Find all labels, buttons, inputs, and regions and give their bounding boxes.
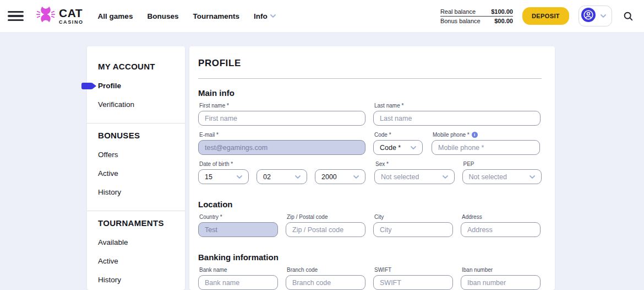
phone-code-select[interactable]: Code * (373, 140, 423, 155)
dob-year-label (316, 161, 365, 167)
sidebar-item-available[interactable]: Available (98, 237, 185, 248)
mobile-phone-field-group: Mobile phone * i (432, 132, 540, 155)
navbar-right: Real balance $100.00 Bonus balance $00.0… (440, 6, 635, 26)
date-of-birth-label: Date of birth * (199, 161, 249, 167)
sidebar-heading-tournaments: TOURNAMENTS (98, 218, 185, 228)
pep-field-group: PEP Not selected (462, 161, 542, 184)
account-sidebar: MY ACCOUNT Profile Verification BONUSES … (87, 46, 185, 290)
dob-day-field-group: Date of birth * 15 (198, 161, 249, 184)
branch-code-field-group: Branch code (286, 267, 365, 290)
real-balance-value: $100.00 (491, 8, 513, 15)
branch-code-label: Branch code (287, 267, 365, 273)
logo[interactable]: CAT CASINO (36, 5, 84, 27)
form-row-banking: Bank name Branch code SWIFT Iban number (198, 267, 542, 290)
city-field[interactable] (373, 222, 453, 237)
city-label: City (374, 214, 453, 220)
avatar (581, 8, 596, 24)
sidebar-item-verification[interactable]: Verification (98, 99, 185, 110)
iban-field[interactable] (461, 275, 541, 290)
pep-label: PEP (463, 161, 542, 167)
cat-logo-icon (36, 5, 56, 27)
form-row-location: Country * Zip / Postal code City Address (198, 214, 542, 237)
swift-field[interactable] (373, 275, 453, 290)
info-icon[interactable]: i (472, 132, 478, 138)
dob-year-field-group: 2000 (315, 161, 365, 184)
zip-field-group: Zip / Postal code (286, 214, 365, 237)
account-menu[interactable] (578, 6, 612, 26)
sidebar-item-tournaments-active[interactable]: Active (98, 255, 185, 267)
swift-label: SWIFT (374, 267, 453, 273)
hamburger-menu-icon[interactable] (8, 11, 24, 22)
dob-month-field-group: 02 (256, 161, 307, 184)
pep-value: Not selected (469, 173, 507, 181)
first-name-field-group: First name * (198, 103, 365, 126)
email-field-group: E-mail * (198, 132, 365, 155)
chevron-down-icon (237, 175, 242, 179)
first-name-field[interactable] (198, 111, 365, 126)
mobile-phone-label: Mobile phone * i (433, 132, 540, 138)
page-content: MY ACCOUNT Profile Verification BONUSES … (0, 32, 644, 290)
sex-label: Sex * (375, 161, 455, 167)
search-button[interactable] (621, 9, 635, 23)
active-item-pointer-icon (81, 83, 92, 89)
nav-link-all-games[interactable]: All games (98, 12, 133, 20)
title-divider (198, 78, 542, 79)
sidebar-item-bonuses-history[interactable]: History (98, 186, 185, 198)
phone-code-value: Code * (380, 144, 401, 152)
profile-panel: PROFILE Main info First name * Last name… (189, 46, 555, 290)
sidebar-item-profile[interactable]: Profile (98, 80, 185, 92)
sidebar-section-tournaments: TOURNAMENTS Available Active History (87, 211, 185, 290)
address-label: Address (462, 214, 541, 220)
pep-select[interactable]: Not selected (462, 169, 542, 184)
country-field-group: Country * (198, 214, 278, 237)
bank-name-label: Bank name (199, 267, 278, 273)
chevron-down-icon (270, 14, 276, 18)
sidebar-item-tournaments-history[interactable]: History (98, 274, 185, 286)
dob-month-value: 02 (263, 173, 271, 181)
city-field-group: City (373, 214, 453, 237)
bank-name-field[interactable] (198, 275, 278, 290)
last-name-label: Last name * (374, 103, 541, 109)
sidebar-item-label: Profile (98, 82, 121, 90)
mobile-phone-field[interactable] (432, 140, 540, 155)
main-nav: All games Bonuses Tournaments Info (98, 12, 276, 20)
branch-code-field[interactable] (286, 275, 365, 290)
form-row-contact: E-mail * Code * Code * Mobile phone * i (198, 132, 542, 155)
first-name-label: First name * (199, 103, 365, 109)
sidebar-section-bonuses: BONUSES Offers Active History (87, 123, 185, 207)
sidebar-heading-my-account: MY ACCOUNT (98, 62, 185, 71)
sidebar-item-offers[interactable]: Offers (98, 149, 185, 160)
address-field-group: Address (461, 214, 541, 237)
deposit-button[interactable]: DEPOSIT (522, 7, 569, 25)
chevron-down-icon (353, 175, 359, 179)
last-name-field-group: Last name * (373, 103, 541, 126)
address-field[interactable] (461, 222, 541, 237)
top-navbar: CAT CASINO All games Bonuses Tournaments… (0, 0, 644, 32)
main-info-heading: Main info (198, 88, 542, 98)
bonus-balance-row: Bonus balance $00.00 (440, 17, 513, 25)
email-label: E-mail * (199, 132, 365, 138)
last-name-field[interactable] (373, 111, 541, 126)
iban-field-group: Iban number (461, 267, 541, 290)
dob-day-value: 15 (205, 173, 212, 181)
sidebar-item-bonuses-active[interactable]: Active (98, 168, 185, 179)
sex-select[interactable]: Not selected (374, 169, 455, 184)
chevron-down-icon (411, 146, 416, 149)
real-balance-row: Real balance $100.00 (440, 7, 513, 17)
balance-widget: Real balance $100.00 Bonus balance $00.0… (440, 7, 513, 25)
real-balance-label: Real balance (440, 8, 476, 15)
phone-code-field-group: Code * Code * (373, 132, 423, 155)
dob-year-select[interactable]: 2000 (315, 169, 365, 184)
phone-code-label: Code * (374, 132, 423, 138)
logo-text: CAT CASINO (59, 7, 84, 25)
zip-field[interactable] (286, 222, 365, 237)
nav-link-bonuses[interactable]: Bonuses (147, 12, 178, 20)
location-heading: Location (198, 200, 542, 209)
nav-link-tournaments[interactable]: Tournaments (193, 12, 239, 20)
mobile-phone-label-text: Mobile phone * (433, 132, 470, 138)
nav-link-info[interactable]: Info (254, 12, 276, 20)
bonus-balance-label: Bonus balance (440, 18, 481, 24)
dob-month-select[interactable]: 02 (256, 169, 307, 184)
dob-day-select[interactable]: 15 (198, 169, 249, 184)
sex-field-group: Sex * Not selected (374, 161, 455, 184)
